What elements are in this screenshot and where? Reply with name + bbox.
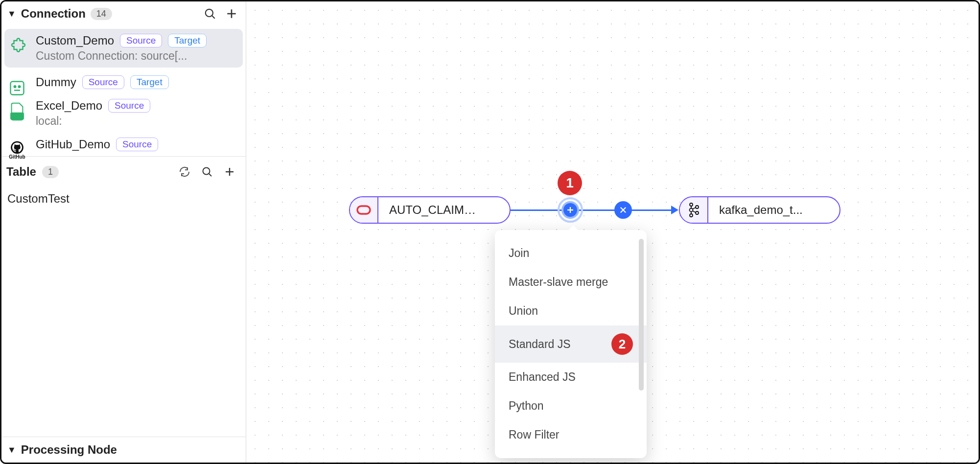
tag-source: Source [120, 34, 162, 47]
oracle-icon [350, 197, 378, 223]
connection-name: GitHub_Demo [36, 138, 110, 151]
table-section-header[interactable]: Table 1 [1, 156, 246, 184]
github-icon: GitHub [7, 140, 27, 160]
svg-line-1 [212, 16, 214, 18]
node-label: kafka_demo_t... [708, 203, 814, 217]
add-icon[interactable] [221, 163, 238, 180]
tag-target: Target [130, 75, 169, 89]
table-title: Table [6, 165, 36, 179]
connection-section-header[interactable]: ▼ Connection 14 [1, 1, 246, 26]
svg-point-5 [14, 86, 16, 88]
connection-item-excel-demo[interactable]: Excel Excel_Demo Source local: [1, 94, 246, 133]
svg-point-12 [203, 168, 210, 175]
svg-line-13 [209, 174, 211, 176]
connection-subtitle: Custom Connection: source[... [36, 49, 236, 63]
svg-rect-4 [11, 82, 24, 95]
kafka-icon [680, 197, 708, 223]
svg-point-25 [696, 211, 699, 214]
table-row[interactable]: CustomTest [7, 189, 240, 209]
edge-delete-button[interactable] [614, 201, 632, 219]
connection-item-dummy[interactable]: Dummy Source Target [1, 70, 246, 94]
processing-section-header[interactable]: ▼ Processing Node [1, 437, 246, 463]
menu-item-enhanced-js[interactable]: Enhanced JS [495, 363, 647, 392]
add-icon[interactable] [223, 5, 240, 22]
excel-icon: Excel [7, 102, 27, 121]
flow-edge [511, 209, 677, 211]
connection-item-custom-demo[interactable]: Custom_Demo Source Target Custom Connect… [4, 29, 243, 68]
menu-item-join[interactable]: Join [495, 239, 647, 268]
node-insert-menu: Join Master-slave merge Union Standard J… [495, 230, 647, 458]
tag-source: Source [108, 99, 150, 113]
svg-point-23 [690, 214, 693, 217]
refresh-icon[interactable] [176, 163, 193, 180]
svg-text:GitHub: GitHub [9, 154, 25, 160]
svg-text:Excel: Excel [11, 114, 23, 119]
menu-item-row-filter[interactable]: Row Filter [495, 420, 647, 449]
connection-subtitle: local: [36, 115, 239, 128]
chevron-down-icon: ▼ [7, 445, 16, 455]
menu-item-master-slave-merge[interactable]: Master-slave merge [495, 268, 647, 297]
connection-title: Connection [21, 7, 86, 21]
table-list: CustomTest [1, 184, 246, 213]
connection-list: Custom_Demo Source Target Custom Connect… [1, 26, 246, 156]
svg-point-21 [690, 203, 693, 206]
connection-name: Custom_Demo [36, 34, 114, 47]
connection-count-badge: 14 [91, 8, 112, 20]
sidebar: ▼ Connection 14 Custom_Demo Source Targe… [1, 1, 246, 463]
menu-item-union[interactable]: Union [495, 297, 647, 325]
svg-point-6 [19, 86, 21, 88]
annotation-badge-1: 1 [558, 171, 582, 195]
menu-item-standard-js[interactable]: Standard JS 2 [495, 325, 647, 363]
node-label: AUTO_CLAIM_... [378, 203, 491, 217]
flow-node-source[interactable]: AUTO_CLAIM_... [349, 196, 511, 224]
scrollbar[interactable] [639, 239, 644, 391]
edge-add-button[interactable] [561, 201, 579, 219]
connection-item-github-demo[interactable]: GitHub GitHub_Demo Source [1, 133, 246, 156]
connection-name: Dummy [36, 75, 76, 89]
svg-line-28 [693, 208, 696, 209]
svg-line-29 [693, 211, 696, 212]
flow-canvas[interactable]: AUTO_CLAIM_... kafka_demo_t... 1 Join Ma… [246, 1, 979, 463]
chevron-down-icon: ▼ [7, 9, 16, 19]
tag-source: Source [116, 138, 158, 151]
svg-point-0 [206, 9, 213, 17]
flow-node-target[interactable]: kafka_demo_t... [679, 196, 840, 224]
table-count-badge: 1 [42, 166, 59, 178]
svg-rect-20 [357, 206, 370, 214]
annotation-badge-2: 2 [611, 333, 633, 355]
svg-point-22 [690, 209, 693, 212]
search-icon[interactable] [199, 163, 215, 180]
search-icon[interactable] [202, 5, 218, 22]
svg-point-24 [696, 206, 699, 209]
processing-title: Processing Node [21, 443, 117, 457]
menu-item-python[interactable]: Python [495, 392, 647, 420]
arrow-icon [671, 206, 678, 214]
tag-target: Target [168, 34, 207, 47]
puzzle-icon [9, 37, 29, 56]
connection-name: Excel_Demo [36, 99, 102, 113]
tag-source: Source [82, 75, 124, 89]
